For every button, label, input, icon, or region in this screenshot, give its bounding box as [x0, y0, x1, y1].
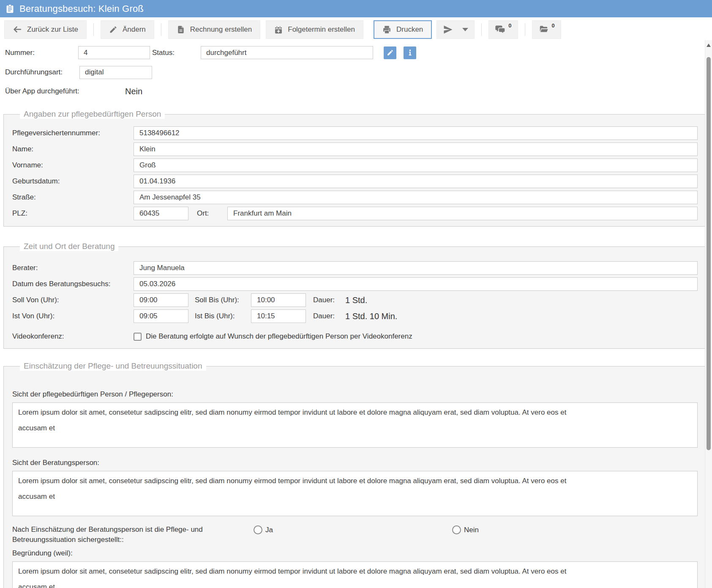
geburtsdatum-label: Geburtsdatum:	[12, 177, 134, 186]
section-einschaetzung-legend: Einschätzung der Pflege- und Betreuungss…	[20, 361, 206, 371]
paper-plane-icon	[443, 25, 453, 35]
ja-radio[interactable]	[254, 525, 262, 534]
form-row: PLZ: 60435 Ort: Frankfurt am Main	[12, 207, 698, 220]
back-to-list-label: Zurück zur Liste	[27, 25, 78, 34]
create-invoice-button[interactable]: Rechnung erstellen	[168, 20, 260, 39]
clipboard-icon	[6, 4, 14, 14]
vertical-scrollbar	[705, 40, 712, 588]
soll-dauer-label: Dauer:	[313, 296, 339, 304]
ist-von-label: Ist Von (Uhr):	[12, 312, 134, 320]
begruendung-textarea[interactable]: Lorem ipsum dolor sit amet, consetetur s…	[12, 561, 698, 588]
comments-icon	[495, 25, 506, 35]
chevron-down-icon	[462, 28, 468, 31]
header-row-nummer-status: Nummer: 4 Status: durchgeführt	[0, 45, 712, 60]
form-row: Pflegeversichertennummer: 5138496612	[12, 126, 698, 140]
form-row: Vorname: Groß	[12, 159, 698, 172]
strasse-label: Straße:	[12, 193, 134, 202]
sichergestellt-row: Nach Einschätzung der Beratungsperson is…	[12, 525, 698, 545]
ueber-app-value: Nein	[125, 87, 142, 96]
soll-von-input[interactable]: 09:00	[134, 293, 188, 307]
arrow-left-icon	[13, 25, 22, 34]
plz-label: PLZ:	[12, 209, 134, 218]
toolbar: Zurück zur Liste Ändern Rechnung erstell…	[0, 17, 712, 42]
plz-input[interactable]: 60435	[134, 207, 188, 220]
documents-folder-button[interactable]: 0	[532, 20, 561, 39]
comments-count-badge: 0	[508, 22, 511, 29]
strasse-input[interactable]: Am Jessenapfel 35	[134, 191, 698, 204]
sichergestellt-ja-option: Ja	[254, 525, 273, 534]
ort-input[interactable]: Frankfurt am Main	[227, 207, 698, 220]
status-input[interactable]: durchgeführt	[201, 46, 373, 59]
sicht-person-textarea[interactable]: Lorem ipsum dolor sit amet, consetetur s…	[12, 402, 698, 448]
videokonferenz-label: Videokonferenz:	[12, 332, 134, 341]
edit-button[interactable]: Ändern	[101, 20, 154, 39]
datum-label: Datum des Beratungsbesuchs:	[12, 280, 134, 288]
section-person-legend: Angaben zur pflegebedürftigen Person	[20, 109, 165, 119]
title-bar: Beratungsbesuch: Klein Groß	[0, 0, 712, 17]
invoice-icon	[177, 25, 185, 34]
datum-input[interactable]: 05.03.2026	[134, 277, 698, 291]
pflegeversichertennummer-input[interactable]: 5138496612	[134, 126, 698, 140]
ja-radio-label: Ja	[265, 526, 273, 534]
scroll-up-arrow-icon[interactable]	[707, 44, 711, 47]
back-to-list-button[interactable]: Zurück zur Liste	[4, 20, 87, 39]
durchfuehrungsart-input[interactable]: digital	[79, 66, 152, 79]
pflegeversichertennummer-label: Pflegeversichertennummer:	[12, 129, 134, 137]
nein-radio-label: Nein	[464, 526, 479, 534]
status-info-button[interactable]	[404, 46, 416, 59]
section-beratung: Zeit und Ort der Beratung Berater: Jung …	[3, 242, 707, 349]
nummer-input[interactable]: 4	[78, 46, 150, 59]
section-beratung-legend: Zeit und Ort der Beratung	[20, 242, 118, 251]
edit-status-button[interactable]	[384, 46, 396, 59]
ist-dauer-value: 1 Std. 10 Min.	[345, 312, 397, 321]
documents-count-badge: 0	[552, 22, 555, 29]
name-input[interactable]: Klein	[134, 142, 698, 156]
create-followup-button[interactable]: Folgetermin erstellen	[266, 20, 363, 39]
sicht-person-label: Sicht der pflegebedürftigen Person / Pfl…	[12, 390, 698, 399]
vorname-label: Vorname:	[12, 161, 134, 170]
section-person: Angaben zur pflegebedürftigen Person Pfl…	[3, 109, 707, 227]
ist-von-input[interactable]: 09:05	[134, 309, 188, 323]
berater-input[interactable]: Jung Manuela	[134, 261, 698, 275]
ort-label: Ort:	[197, 209, 227, 218]
ist-dauer-label: Dauer:	[313, 312, 339, 320]
print-button[interactable]: Drucken	[374, 20, 432, 39]
sicht-berater-textarea[interactable]: Lorem ipsum dolor sit amet, consetetur s…	[12, 471, 698, 516]
form-row-videokonferenz: Videokonferenz: Die Beratung erfolgte au…	[12, 332, 698, 341]
ueber-app-label: Über App durchgeführt:	[5, 87, 125, 96]
nummer-label: Nummer:	[5, 49, 78, 57]
status-label: Status:	[152, 49, 201, 57]
form-row: Soll Von (Uhr): 09:00 Soll Bis (Uhr): 10…	[12, 293, 698, 307]
form-row: Datum des Beratungsbesuchs: 05.03.2026	[12, 277, 698, 291]
header-row-durchfuehrungsart: Durchführungsart: digital	[0, 65, 712, 80]
create-invoice-label: Rechnung erstellen	[190, 25, 252, 34]
sichergestellt-nein-option: Nein	[452, 525, 479, 534]
form-row: Geburtsdatum: 01.04.1936	[12, 175, 698, 188]
nein-radio[interactable]	[452, 525, 461, 534]
ist-bis-input[interactable]: 10:15	[251, 309, 306, 323]
form-row: Name: Klein	[12, 142, 698, 156]
videokonferenz-checkbox-label: Die Beratung erfolgte auf Wunsch der pfl…	[146, 332, 412, 341]
folder-open-icon	[538, 25, 549, 34]
comments-button[interactable]: 0	[488, 20, 518, 39]
calendar-plus-icon	[274, 25, 283, 34]
printer-icon	[382, 25, 391, 34]
videokonferenz-checkbox[interactable]	[134, 333, 142, 341]
soll-bis-input[interactable]: 10:00	[251, 293, 306, 307]
name-label: Name:	[12, 145, 134, 153]
info-icon	[406, 49, 414, 56]
sicht-berater-label: Sicht der Beratungsperson:	[12, 459, 698, 467]
soll-bis-label: Soll Bis (Uhr):	[195, 296, 251, 304]
sichergestellt-label: Nach Einschätzung der Beratungsperson is…	[12, 525, 234, 545]
create-followup-label: Folgetermin erstellen	[288, 25, 355, 34]
send-button[interactable]	[436, 20, 475, 39]
section-einschaetzung: Einschätzung der Pflege- und Betreuungss…	[3, 361, 707, 588]
berater-label: Berater:	[12, 264, 134, 272]
scrollbar-thumb[interactable]	[707, 57, 711, 450]
page-title: Beratungsbesuch: Klein Groß	[19, 3, 144, 14]
pencil-icon	[387, 49, 394, 56]
pencil-icon	[109, 25, 117, 34]
vorname-input[interactable]: Groß	[134, 159, 698, 172]
ist-bis-label: Ist Bis (Uhr):	[195, 312, 251, 320]
geburtsdatum-input[interactable]: 01.04.1936	[134, 175, 698, 188]
